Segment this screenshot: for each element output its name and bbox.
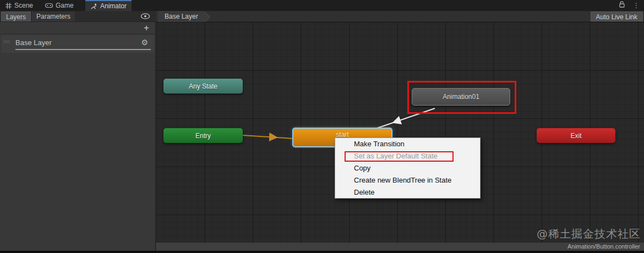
layer-weight-slider[interactable] <box>15 49 151 50</box>
more-menu-icon[interactable]: ⋮ <box>633 2 640 9</box>
bottom-strip <box>0 251 644 253</box>
state-node-exit[interactable]: Exit <box>537 128 615 143</box>
breadcrumb-base-layer[interactable]: Base Layer <box>158 11 204 22</box>
layers-params-bar: Layers Parameters <box>0 11 156 22</box>
window-tab-bar: Scene Game Animator ⋮ <box>0 0 644 11</box>
tab-animator-label: Animator <box>100 2 127 10</box>
breadcrumb-bar: Base Layer Auto Live Link <box>156 11 644 22</box>
animator-person-icon <box>91 3 97 9</box>
annotation-red-box-animation01 <box>407 81 516 114</box>
state-node-entry[interactable]: Entry <box>163 128 243 143</box>
gamepad-icon <box>45 3 53 8</box>
layer-row-base-layer[interactable]: Base Layer ⚙ <box>1 35 155 53</box>
menu-item-make-transition[interactable]: Make Transition <box>335 138 480 150</box>
tab-scene-label: Scene <box>14 2 33 9</box>
toolbar-row: Layers Parameters Base Layer Auto Live L… <box>0 11 644 22</box>
state-machine-canvas[interactable]: Any State Entry start Animation01 Exit M… <box>156 22 644 243</box>
watermark-text: @稀土掘金技术社区 <box>537 227 641 241</box>
auto-live-link-button[interactable]: Auto Live Link <box>591 12 643 21</box>
tab-scene[interactable]: Scene <box>0 0 39 11</box>
animator-window: Scene Game Animator ⋮ Layers Parameters <box>0 0 644 253</box>
menu-item-set-as-layer-default-state[interactable]: Set as Layer Default State <box>335 150 480 162</box>
state-label: Exit <box>570 132 581 140</box>
status-bar: Animation/Button.controller <box>156 243 644 251</box>
layer-settings-gear-icon[interactable]: ⚙ <box>141 38 148 47</box>
menu-item-create-new-blendtree[interactable]: Create new BlendTree in State <box>335 174 480 186</box>
eye-icon[interactable] <box>140 13 150 21</box>
menu-item-delete[interactable]: Delete <box>335 186 480 199</box>
tab-game[interactable]: Game <box>40 0 79 11</box>
add-layer-button[interactable]: + <box>144 23 149 34</box>
unlock-icon[interactable] <box>619 1 625 10</box>
tab-parameters[interactable]: Parameters <box>32 12 75 21</box>
layer-add-row: + <box>0 22 156 34</box>
context-menu: Make Transition Set as Layer Default Sta… <box>335 138 481 199</box>
tab-layers[interactable]: Layers <box>1 12 31 21</box>
scene-grid-icon <box>6 3 12 9</box>
state-label: Entry <box>195 132 211 140</box>
layers-panel: + Base Layer ⚙ <box>0 22 156 251</box>
transition-entry-to-start[interactable] <box>243 135 293 139</box>
state-node-any-state[interactable]: Any State <box>163 79 243 94</box>
layer-name: Base Layer <box>15 38 52 47</box>
tab-animator[interactable]: Animator <box>85 0 132 11</box>
tab-game-label: Game <box>56 2 74 9</box>
drag-handle-icon[interactable] <box>3 40 10 44</box>
state-label: Any State <box>189 82 217 90</box>
menu-item-copy[interactable]: Copy <box>335 162 480 174</box>
